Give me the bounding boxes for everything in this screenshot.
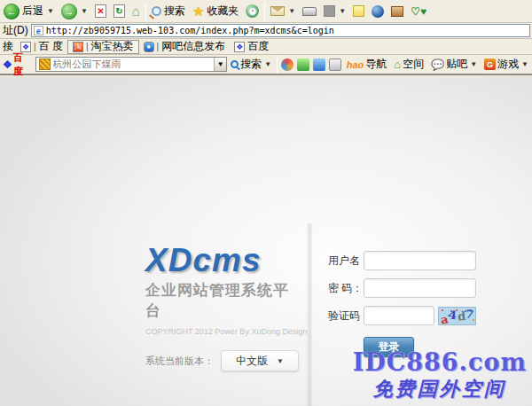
link-taobao[interactable]: 淘 | 淘宝热卖 [67,40,139,54]
link-wangba[interactable]: ● | 网吧信息发布 [139,40,231,54]
hot-keyword-icon [39,59,51,70]
notes-icon [353,5,364,17]
print-button[interactable] [299,1,320,22]
address-label: 址(D) [0,23,31,38]
login-form: 用户名： 密 码： 验证码： a 4 d 7 登录 [328,251,479,333]
history-icon: 🕐 [246,4,259,18]
page-content: XDcms 企业网站管理系统平台 COPYRIGHT 2012 Power By… [0,77,532,406]
captcha-image[interactable]: a 4 d 7 [438,307,476,325]
refresh-button[interactable]: ↻ [110,1,129,22]
toolbar-separator [277,56,278,74]
login-button[interactable]: 登录 [364,337,414,357]
baidu-search-box[interactable]: 杭州公园下煤雨 ▼ [35,57,228,72]
tieba-button[interactable]: 💬 贴吧 ▼ [427,57,481,72]
taobao-icon: 淘 [73,42,83,52]
username-row: 用户名： [328,251,479,270]
forward-dropdown-icon[interactable]: ▼ [81,7,88,15]
version-row: 系统当前版本： 中文版 ▼ [145,350,301,371]
space-label: 空间 [403,57,424,72]
mail-button[interactable]: ▼ [267,1,299,22]
game-caret[interactable]: ▼ [521,60,528,68]
research-button[interactable] [387,1,407,22]
baidu-logo[interactable]: ❖ 百度 [0,51,35,78]
language-select[interactable]: 中文版 ▼ [221,350,299,371]
favorites-label: 收藏夹 [207,4,239,19]
search-icon [152,6,161,16]
back-dropdown-icon[interactable]: ▼ [47,7,54,15]
tieba-label: 贴吧 [446,57,467,72]
notes-button[interactable] [349,1,368,22]
panel-divider [306,223,313,406]
link-pipe: | [34,42,36,51]
link-baidu2[interactable]: ❖ 百度 [230,40,273,54]
password-input[interactable] [364,278,476,298]
baidu-search-button[interactable]: 搜索 ▼ [227,57,275,72]
space-icon: ⌂ [394,58,401,71]
globe-icon [372,5,384,18]
print-icon [302,7,317,16]
messenger-icon: ♡♥ [411,5,426,18]
copyright-text: COPYRIGHT 2012 Power By XuDong Design [145,327,301,336]
password-label: 密 码： [328,281,364,296]
logo-subtitle: 企业网站管理系统平台 [145,280,301,321]
toolbar-separator [264,3,265,20]
messenger-button[interactable]: ♡♥ [407,1,430,22]
edit-dropdown-icon[interactable]: ▼ [339,7,346,15]
baidu-paw-icon: ❖ [3,59,12,71]
tieba-bubble-icon: 💬 [431,59,444,71]
version-label: 系统当前版本： [145,355,214,368]
realplayer-button[interactable] [368,1,387,22]
blue-chat-icon[interactable] [313,59,325,71]
username-label: 用户名： [328,254,364,269]
edit-icon [324,5,335,17]
username-input[interactable] [364,251,476,270]
search-dropdown-button[interactable]: ▼ [214,58,226,71]
toolbar-separator [145,3,146,20]
link-label: 百度 [247,39,269,54]
history-button[interactable]: 🕐 [242,1,262,22]
baidu-paw-icon: ❖ [234,42,245,52]
favorites-button[interactable]: ★ 收藏夹 [189,1,242,22]
edit-button[interactable]: ▼ [320,1,349,22]
home-button[interactable]: ⌂ [129,1,144,22]
link-label: 百 度 [39,39,63,54]
captcha-char: 7 [465,307,475,321]
search-icon [231,60,239,68]
stop-icon: ✕ [95,4,106,18]
address-input[interactable]: e http://zb9059715.web-103.com/index.php… [31,24,530,37]
language-value: 中文版 [236,354,268,369]
password-row: 密 码： [328,278,479,298]
hao123-icon: hao [347,59,364,70]
links-bar: 接 ❖ | 百 度 淘 | 淘宝热卖 ● | 网吧信息发布 ❖ 百度 [0,39,532,55]
compass-icon[interactable] [281,59,293,71]
captcha-label: 验证码： [328,308,364,324]
chevron-down-icon: ▼ [277,357,284,365]
forward-button[interactable]: → ▼ [58,1,91,22]
book-icon [391,6,403,17]
baidu-toolbar: ❖ 百度 杭州公园下煤雨 ▼ 搜索 ▼ hao 导航 [0,55,532,75]
mail-icon [270,6,285,16]
video-icon[interactable] [329,59,341,71]
page-favicon: e [34,26,43,35]
stop-button[interactable]: ✕ [91,1,110,22]
captcha-input[interactable] [364,306,434,325]
forward-icon: → [61,4,77,20]
captcha-row: 验证码： a 4 d 7 [328,306,479,325]
green-chat-icon[interactable] [297,59,309,71]
link-pipe: | [157,42,160,51]
browser-chrome: ← 后退 ▼ → ▼ ✕ ↻ ⌂ 搜索 ★ [0,0,532,75]
search-button[interactable]: 搜索 [148,1,189,22]
standard-toolbar: ← 后退 ▼ → ▼ ✕ ↻ ⌂ 搜索 ★ [0,0,532,23]
search-options-caret[interactable]: ▼ [264,60,271,68]
address-bar: 址(D) e http://zb9059715.web-103.com/inde… [0,23,532,39]
space-button[interactable]: ⌂ 空间 [390,57,427,72]
link-label: 淘宝热卖 [91,39,134,54]
refresh-icon: ↻ [113,4,125,18]
game-button[interactable]: G 游戏 ▼ [481,57,532,72]
link-pipe: | [86,42,89,51]
home-icon: ⌂ [132,4,140,19]
tieba-caret[interactable]: ▼ [470,60,477,68]
back-button[interactable]: ← 后退 ▼ [0,1,58,22]
hao123-nav-button[interactable]: hao 导航 [343,57,391,72]
mail-dropdown-icon[interactable]: ▼ [288,7,295,15]
